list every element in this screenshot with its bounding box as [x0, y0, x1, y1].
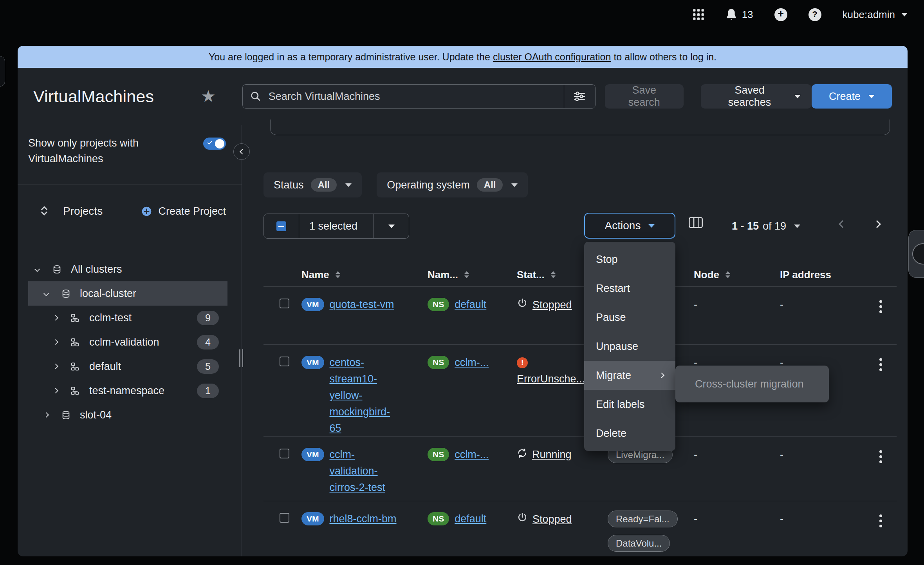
project-icon: [71, 362, 80, 371]
advanced-search-button[interactable]: [564, 85, 595, 108]
pagination-next-button[interactable]: [874, 221, 880, 228]
expand-collapse-all-button[interactable]: [40, 205, 49, 217]
status-link[interactable]: Stopped: [532, 512, 572, 526]
projects-header: Projects Create Project: [18, 185, 242, 237]
sort-icon[interactable]: [464, 271, 469, 278]
cluster-icon: [52, 265, 61, 274]
save-search-button[interactable]: Save search: [605, 84, 684, 109]
double-chevron-icon: [40, 205, 49, 216]
row-checkbox[interactable]: [280, 357, 289, 366]
menu-item-restart[interactable]: Restart: [584, 274, 675, 303]
oauth-config-link[interactable]: cluster OAuth configuration: [493, 51, 611, 63]
ns-kind-badge: NS: [428, 298, 449, 311]
create-button[interactable]: Create: [812, 84, 892, 109]
status-link[interactable]: Running: [532, 448, 572, 461]
pane-resize-handle[interactable]: [239, 349, 245, 367]
pagination-prev-button[interactable]: [840, 221, 845, 228]
saved-searches-button[interactable]: Saved searches: [701, 84, 812, 109]
ip-value: -: [780, 446, 866, 463]
menu-item-edit-labels[interactable]: Edit labels: [584, 390, 675, 419]
menu-item-migrate[interactable]: Migrate: [584, 361, 675, 390]
node-value: -: [694, 511, 780, 527]
favorite-button[interactable]: [201, 88, 216, 105]
vm-name-link[interactable]: centos-stream10-yellow-mockingbird-65: [330, 354, 399, 436]
sidebar-item-all-clusters[interactable]: All clusters: [28, 257, 227, 281]
bulk-select-menu-toggle[interactable]: [374, 214, 409, 238]
chevron-right-icon[interactable]: [51, 364, 61, 368]
sidebar-item-slot-04[interactable]: slot-04: [28, 403, 227, 427]
status-link[interactable]: Stopped: [532, 298, 572, 311]
row-checkbox[interactable]: [280, 513, 289, 523]
pagination-menu-toggle[interactable]: [794, 223, 800, 229]
submenu-cross-cluster-migration[interactable]: Cross-cluster migration: [675, 366, 829, 402]
chevron-right-icon[interactable]: [51, 340, 61, 344]
sidebar-collapse-button[interactable]: [233, 143, 250, 160]
assistant-button[interactable]: [912, 243, 924, 264]
row-actions-kebab[interactable]: [878, 299, 884, 315]
menu-item-pause[interactable]: Pause: [584, 303, 675, 332]
actions-menu-button[interactable]: Actions: [584, 213, 675, 239]
vm-name-link[interactable]: cclm-validation-cirros-2-test: [330, 446, 399, 496]
row-actions-kebab[interactable]: [878, 357, 884, 373]
namespace-link[interactable]: cclm-...: [455, 446, 489, 463]
caret-down-icon: [648, 224, 655, 228]
row-actions-kebab[interactable]: [878, 449, 884, 465]
assistant-widget: [908, 230, 924, 278]
node-value: -: [694, 446, 780, 463]
projects-filter-toggle[interactable]: [203, 138, 226, 150]
sidebar-item-cclm-test[interactable]: cclm-test 9: [28, 306, 227, 330]
banner-text-after: to allow others to log in.: [611, 51, 716, 63]
namespace-link[interactable]: default: [455, 296, 486, 313]
vm-name-link[interactable]: rhel8-cclm-bm: [330, 511, 397, 527]
sort-icon[interactable]: [551, 271, 556, 278]
migrate-label: Migrate: [596, 369, 631, 382]
namespace-link[interactable]: default: [455, 511, 486, 527]
vm-count-badge: 9: [197, 311, 219, 325]
row-checkbox[interactable]: [280, 299, 289, 308]
exclamation-circle-icon: [517, 357, 528, 368]
help-button[interactable]: [808, 8, 821, 21]
notifications-button[interactable]: 13: [725, 8, 753, 21]
tree-label: cclm-validation: [89, 336, 159, 348]
column-header-name: Name: [301, 269, 329, 281]
actions-label: Actions: [605, 219, 641, 232]
vm-count-badge: 4: [197, 335, 219, 350]
search-input[interactable]: [269, 85, 564, 108]
menu-item-stop[interactable]: Stop: [584, 245, 675, 274]
projects-sidebar: Show only projects with VirtualMachines …: [18, 125, 242, 556]
quick-create-button[interactable]: [774, 8, 787, 21]
chevron-right-icon[interactable]: [41, 413, 51, 417]
chevron-right-icon[interactable]: [51, 316, 61, 320]
os-filter[interactable]: Operating system All: [377, 172, 528, 197]
chevron-down-icon[interactable]: [32, 267, 42, 271]
manage-columns-button[interactable]: [689, 217, 703, 230]
sidebar-item-default[interactable]: default 5: [28, 354, 227, 378]
side-drawer-handle[interactable]: [0, 56, 5, 87]
user-menu[interactable]: kube:admin: [843, 9, 908, 21]
sidebar-item-local-cluster[interactable]: local-cluster: [28, 281, 227, 306]
cluster-icon: [61, 289, 70, 298]
pane-divider: [242, 125, 242, 556]
vm-kind-badge: VM: [301, 448, 324, 461]
row-actions-kebab[interactable]: [878, 513, 884, 529]
chevron-down-icon[interactable]: [41, 292, 51, 295]
namespace-link[interactable]: cclm-...: [455, 354, 489, 371]
sidebar-item-cclm-validation[interactable]: cclm-validation 4: [28, 330, 227, 354]
status-link[interactable]: ErrorUnsche...: [517, 373, 585, 385]
status-filter[interactable]: Status All: [263, 172, 362, 197]
vm-label: Ready=Fal...: [608, 511, 678, 527]
vm-label: DataVolu...: [608, 535, 670, 552]
menu-item-delete[interactable]: Delete: [584, 419, 675, 448]
app-launcher-button[interactable]: [693, 9, 704, 20]
cluster-icon: [61, 411, 70, 420]
create-project-button[interactable]: Create Project: [141, 205, 226, 217]
vm-name-link[interactable]: quota-test-vm: [330, 296, 394, 313]
sort-icon[interactable]: [725, 271, 730, 278]
tree-label: local-cluster: [80, 288, 136, 300]
sidebar-item-test-namespace[interactable]: test-namespace 1: [28, 378, 227, 403]
row-checkbox[interactable]: [280, 449, 289, 458]
sort-icon[interactable]: [336, 271, 340, 278]
menu-item-unpause[interactable]: Unpause: [584, 332, 675, 361]
bulk-select-checkbox[interactable]: [264, 214, 299, 238]
chevron-right-icon[interactable]: [51, 389, 61, 393]
